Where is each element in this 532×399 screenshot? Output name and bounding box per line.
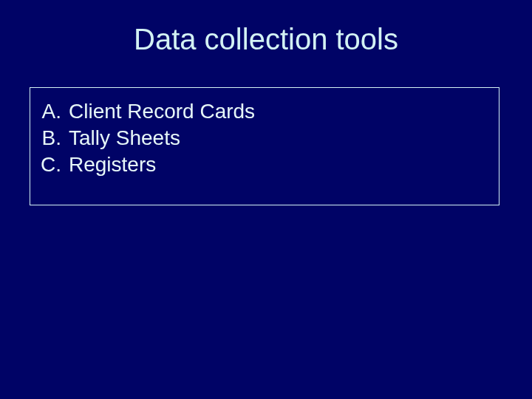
item-list: A. Client Record Cards B. Tally Sheets C…	[30, 98, 499, 177]
list-item-label: Registers	[69, 151, 499, 178]
list-item-label: Tally Sheets	[69, 125, 499, 151]
list-item-marker: A.	[30, 98, 69, 125]
list-item-marker: B.	[30, 125, 69, 151]
list-item: A. Client Record Cards	[30, 98, 499, 125]
content-box: A. Client Record Cards B. Tally Sheets C…	[30, 87, 499, 205]
list-item: C. Registers	[30, 151, 499, 178]
list-item-label: Client Record Cards	[69, 98, 499, 125]
slide: Data collection tools A. Client Record C…	[0, 0, 532, 399]
slide-title: Data collection tools	[0, 23, 532, 56]
list-item-marker: C.	[30, 151, 69, 178]
list-item: B. Tally Sheets	[30, 125, 499, 151]
